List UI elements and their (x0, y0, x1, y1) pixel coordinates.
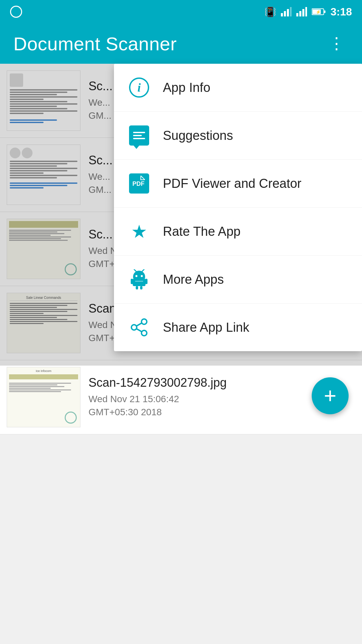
svg-point-28 (141, 330, 147, 336)
svg-rect-3 (290, 7, 292, 16)
svg-text:PDF: PDF (132, 180, 144, 187)
scan-date: Wed Nov 21 15:06:42GMT+05:30 2018 (88, 392, 328, 419)
share-icon (127, 316, 151, 339)
app-header: Document Scanner ⋮ (0, 23, 362, 64)
notification-icon (10, 6, 22, 18)
svg-rect-10 (324, 10, 325, 13)
svg-line-24 (142, 269, 144, 271)
svg-rect-7 (305, 7, 307, 16)
header-more-button[interactable]: ⋮ (325, 32, 349, 55)
menu-item-rate-app[interactable]: ★ Rate The App (114, 208, 362, 256)
fab-plus-icon: + (324, 385, 336, 407)
vibrate-icon: 📳 (264, 6, 276, 17)
menu-label-more-apps: More Apps (163, 272, 224, 287)
star-icon: ★ (127, 220, 151, 243)
svg-rect-22 (140, 286, 142, 289)
svg-rect-18 (133, 279, 145, 286)
status-right: 📳 ⚡ 3:18 (264, 6, 352, 18)
svg-line-29 (136, 323, 142, 326)
svg-rect-25 (135, 281, 143, 282)
svg-point-26 (141, 319, 147, 324)
battery-icon: ⚡ (312, 8, 326, 15)
svg-rect-0 (281, 13, 283, 16)
svg-text:⚡: ⚡ (316, 9, 321, 14)
signal-icon-1 (281, 7, 292, 16)
menu-item-suggestions[interactable]: Suggestions (114, 112, 362, 160)
app-title: Document Scanner (13, 33, 177, 55)
menu-item-app-info[interactable]: i App Info (114, 64, 362, 112)
svg-rect-5 (299, 11, 301, 16)
svg-rect-21 (136, 286, 138, 289)
info-icon: i (127, 76, 151, 99)
svg-rect-1 (284, 11, 286, 16)
status-left (10, 6, 22, 18)
scan-name: Scan-1542793002798.jpg (88, 376, 328, 390)
menu-label-rate-app: Rate The App (163, 224, 241, 239)
svg-point-17 (141, 275, 143, 277)
status-time: 3:18 (330, 6, 352, 18)
menu-label-share-link: Share App Link (163, 320, 249, 335)
signal-icon-2 (296, 7, 307, 16)
content-area: Sc... We...GM... ⋮ (0, 64, 362, 434)
svg-rect-20 (145, 279, 147, 284)
menu-item-pdf-viewer[interactable]: PDF PDF Viewer and Creator (114, 160, 362, 208)
menu-item-share-link[interactable]: Share App Link (114, 304, 362, 351)
android-icon (127, 268, 151, 291)
chat-icon (127, 124, 151, 147)
svg-point-27 (131, 325, 137, 330)
svg-rect-4 (296, 13, 298, 16)
svg-rect-2 (287, 9, 289, 16)
menu-label-suggestions: Suggestions (163, 128, 233, 143)
pdf-icon: PDF (127, 172, 151, 195)
svg-rect-6 (302, 9, 304, 16)
menu-item-more-apps[interactable]: More Apps (114, 256, 362, 304)
status-bar: 📳 ⚡ 3:18 (0, 0, 362, 23)
scan-info: Scan-1542793002798.jpg Wed Nov 21 15:06:… (88, 376, 328, 419)
dropdown-menu: i App Info Suggestions (114, 64, 362, 351)
svg-rect-19 (131, 279, 133, 284)
menu-label-app-info: App Info (163, 80, 210, 95)
scan-thumbnail: Ice Infocom (7, 367, 80, 427)
fab-add-button[interactable]: + (312, 377, 349, 414)
menu-label-pdf-viewer: PDF Viewer and Creator (163, 176, 301, 191)
svg-line-30 (136, 329, 142, 332)
svg-line-23 (134, 269, 136, 271)
svg-point-16 (135, 275, 137, 277)
scan-item: Ice Infocom Scan-1542793002798.jpg Wed N… (0, 360, 362, 434)
